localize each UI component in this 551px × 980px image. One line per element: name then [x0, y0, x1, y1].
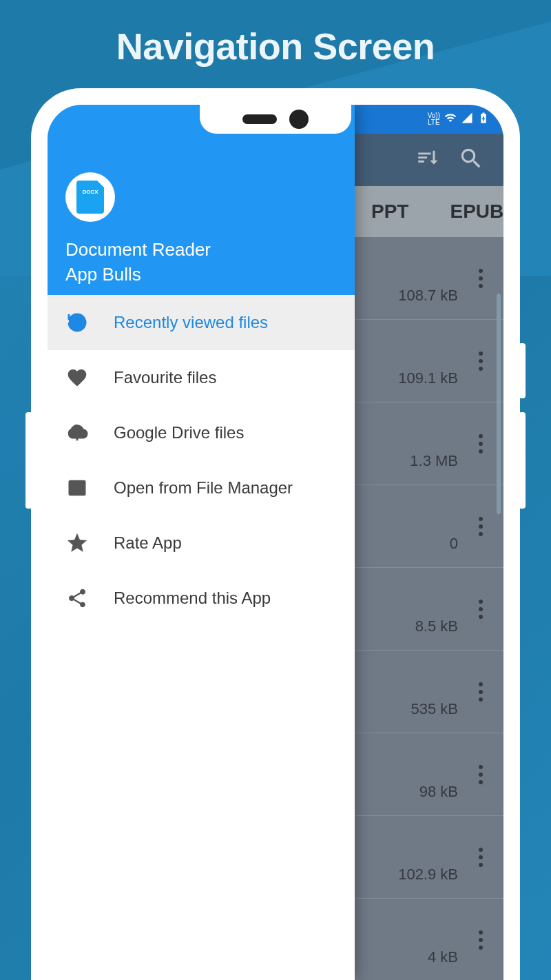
signal-icon: [461, 112, 473, 127]
nav-recently-viewed[interactable]: Recently viewed files: [48, 295, 355, 350]
nav-favourite[interactable]: Favourite files: [48, 350, 355, 405]
marketing-title: Navigation Screen: [0, 0, 551, 68]
nav-item-label: Favourite files: [114, 368, 216, 387]
docx-icon: [76, 181, 104, 214]
nav-item-label: Recommend this App: [114, 589, 271, 608]
nav-item-label: Google Drive files: [114, 423, 244, 442]
app-publisher: App Bulls: [65, 262, 337, 287]
battery-icon: [477, 112, 490, 127]
nav-item-label: Recently viewed files: [114, 313, 268, 332]
wifi-icon: [444, 112, 457, 127]
cloud-upload-icon: [65, 421, 89, 445]
svg-line-5: [77, 491, 79, 493]
phone-screen: PPT EPUB 108.7 kB 109.1 kB 1.3 MB 0 8.5 …: [48, 105, 503, 980]
phone-frame: PPT EPUB 108.7 kB 109.1 kB 1.3 MB 0 8.5 …: [31, 88, 520, 980]
nav-rate-app[interactable]: Rate App: [48, 515, 355, 571]
heart-icon: [65, 366, 89, 389]
history-icon: [65, 311, 89, 334]
nav-recommend[interactable]: Recommend this App: [48, 571, 355, 626]
navigation-drawer: Document Reader App Bulls Recently viewe…: [48, 105, 355, 980]
nav-item-label: Rate App: [114, 533, 182, 553]
share-icon: [65, 586, 89, 610]
app-name: Document Reader: [65, 237, 337, 262]
browser-search-icon: [65, 476, 89, 500]
nav-google-drive[interactable]: Google Drive files: [48, 405, 355, 460]
volte-icon: Vo)) LTE: [428, 112, 440, 126]
star-icon: [65, 531, 89, 555]
nav-item-label: Open from File Manager: [114, 478, 293, 498]
nav-file-manager[interactable]: Open from File Manager: [48, 460, 355, 515]
svg-point-4: [73, 487, 77, 491]
app-icon: [65, 172, 115, 222]
phone-notch: [200, 105, 351, 134]
